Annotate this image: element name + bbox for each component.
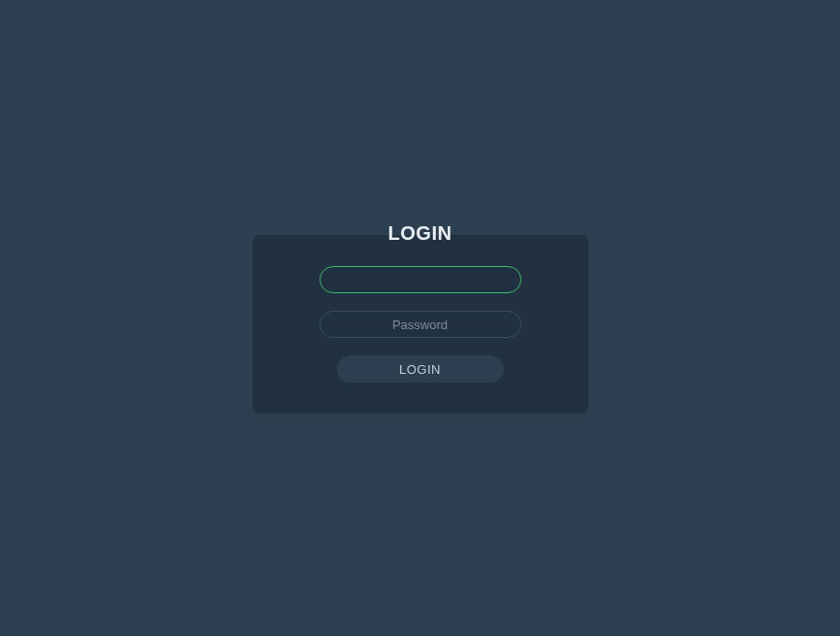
login-button[interactable]: LOGIN <box>337 355 504 383</box>
login-card: LOGIN <box>252 235 588 414</box>
password-input[interactable] <box>319 311 521 338</box>
login-container: LOGIN LOGIN <box>252 222 588 414</box>
login-title: LOGIN <box>388 222 453 245</box>
username-input[interactable] <box>319 266 521 293</box>
